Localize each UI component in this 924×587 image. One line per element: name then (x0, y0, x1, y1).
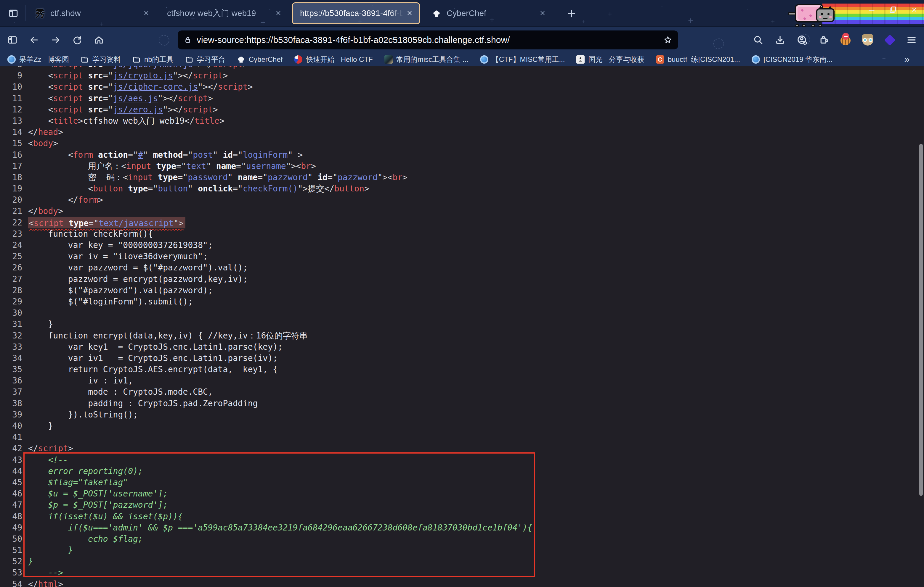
source-line-30: 30 (0, 307, 533, 319)
ext-tiger-button[interactable] (838, 32, 854, 48)
source-line-38: 38 padding : CryptoJS.pad.ZeroPadding (0, 398, 533, 409)
tab-4[interactable]: CyberChef (424, 2, 552, 24)
line-number: 41 (0, 432, 22, 443)
close-button[interactable] (909, 5, 919, 15)
buuctf-icon: C (656, 55, 665, 64)
ext-diamond-button[interactable] (881, 32, 898, 48)
ext-avatar-button[interactable] (860, 32, 876, 48)
bookmark-item-10[interactable]: Cbuuctf_练[CISCN201... (656, 55, 740, 64)
tab-1[interactable]: 秀ctf.show (28, 2, 156, 24)
close-tab-icon[interactable] (143, 10, 150, 17)
line-number: 51 (0, 545, 22, 556)
line-number: 15 (0, 138, 22, 149)
line-number: 46 (0, 488, 22, 500)
cnblogs-icon (751, 55, 760, 64)
line-number: 50 (0, 533, 22, 545)
url-bar[interactable]: view-source:https://b530faca-3891-4f6f-b… (178, 30, 678, 49)
line-number: 38 (0, 398, 22, 409)
bookmarks-overflow-chevron[interactable]: » (904, 53, 910, 65)
bookmark-item-8[interactable]: 【CTF】MISC常用工... (480, 55, 565, 64)
download-button[interactable] (772, 32, 789, 48)
close-tab-icon[interactable] (539, 10, 547, 17)
bookmark-item-3[interactable]: nb的工具 (132, 55, 173, 64)
new-tab-button[interactable] (565, 7, 578, 20)
lock-icon (184, 36, 192, 44)
navigation-bar: view-source:https://b530faca-3891-4f6f-b… (0, 27, 924, 53)
minimize-button[interactable] (866, 5, 877, 15)
line-number: 14 (0, 127, 22, 138)
line-number: 30 (0, 307, 22, 319)
bookmark-item-4[interactable]: 学习平台 (185, 55, 225, 64)
line-number: 39 (0, 409, 22, 421)
source-line-53: 53 --> (0, 567, 533, 579)
tab-strip-separator (25, 5, 25, 21)
close-tab-icon[interactable] (275, 10, 282, 17)
source-line-9: 9 <script src="js/crypto.js"></script> (0, 70, 533, 81)
source-link[interactable]: js/zero.js (113, 105, 163, 115)
firefox-view-button[interactable] (7, 7, 20, 20)
source-line-19: 19 <button type="button" onclick="checkF… (0, 183, 533, 194)
bookmark-item-6[interactable]: 快速开始 - Hello CTF (294, 55, 373, 64)
url-text[interactable]: view-source:https://b530faca-3891-4f6f-b… (196, 35, 659, 45)
source-line-49: 49 if($u==='admin' && $p ==='a599ac85a73… (0, 522, 533, 533)
source-line-33: 33 var key1 = CryptoJS.enc.Latin1.parse(… (0, 342, 533, 353)
bookmark-label: CyberChef (249, 55, 283, 64)
bookmark-star-icon[interactable] (663, 36, 672, 44)
source-line-16: 16 <form action="#" method="post" id="lo… (0, 150, 533, 161)
vertical-scrollbar-thumb[interactable] (919, 144, 923, 496)
ctfshow-favicon: 秀 (35, 8, 46, 19)
maximize-button[interactable] (888, 5, 898, 15)
sidebar-button[interactable] (4, 32, 21, 48)
bookmark-label: [CISCN2019 华东南... (764, 55, 833, 64)
bookmark-item-9[interactable]: 国光 - 分享与收获 (576, 55, 644, 64)
source-line-47: 47 $p = $_POST['pazzword']; (0, 500, 533, 511)
source-line-45: 45 $flag="fakeflag" (0, 477, 533, 488)
account-button[interactable] (794, 32, 810, 48)
bookmark-label: 呆羊Zz - 博客园 (19, 55, 69, 64)
bookmark-item-11[interactable]: [CISCN2019 华东南... (751, 55, 833, 64)
tab-label: https://b530faca-3891-4f6f-b1bf (300, 8, 403, 18)
close-tab-icon[interactable] (406, 10, 414, 17)
line-number: 33 (0, 342, 22, 353)
line-number: 29 (0, 296, 22, 307)
home-button[interactable] (91, 32, 107, 48)
line-number: 23 (0, 229, 22, 240)
nav-left-buttons (4, 27, 107, 53)
source-line-36: 36 iv : iv1, (0, 375, 533, 386)
source-link[interactable]: js/aes.js (113, 94, 158, 103)
line-number: 13 (0, 115, 22, 127)
source-line-44: 44 error_reporting(0); (0, 466, 533, 477)
source-link[interactable]: js/jquery.min.js (113, 66, 193, 69)
source-line-11: 11 <script src="js/aes.js"></script> (0, 93, 533, 104)
source-link[interactable]: # (138, 150, 143, 160)
line-number: 8 (0, 66, 22, 70)
source-line-25: 25 var iv = "ilove36dverymuch"; (0, 251, 533, 262)
bookmark-item-1[interactable]: 呆羊Zz - 博客园 (7, 55, 69, 64)
thumbnail-icon (384, 55, 393, 64)
forward-button[interactable] (47, 32, 64, 48)
tab-2[interactable]: ctfshow web入门 web19 (160, 2, 288, 24)
source-line-27: 27 pazzword = encrypt(pazzword,key,iv); (0, 274, 533, 285)
source-line-48: 48 if(isset($u) && isset($p)){ (0, 511, 533, 522)
source-link[interactable]: js/crypto.js (113, 71, 173, 81)
reload-button[interactable] (69, 32, 86, 48)
bookmark-item-7[interactable]: 常用的misc工具合集 ... (384, 55, 469, 64)
bookmark-item-5[interactable]: CyberChef (237, 55, 283, 64)
source-line-29: 29 $("#loginForm").submit(); (0, 296, 533, 307)
back-button[interactable] (26, 32, 42, 48)
line-number: 54 (0, 579, 22, 587)
menu-button[interactable] (903, 32, 920, 48)
search-button[interactable] (750, 32, 766, 48)
line-number: 27 (0, 274, 22, 285)
bookmark-item-2[interactable]: 学习资料 (80, 55, 121, 64)
source-line-34: 34 var iv1 = CryptoJS.enc.Latin1.parse(i… (0, 353, 533, 364)
line-number: 31 (0, 319, 22, 330)
line-number: 44 (0, 466, 22, 477)
source-line-10: 10 <script src="js/cipher-core.js"></scr… (0, 81, 533, 93)
source-link[interactable]: js/cipher-core.js (113, 82, 198, 92)
tab-3[interactable]: https://b530faca-3891-4f6f-b1bf (292, 2, 420, 24)
puzzle-button[interactable] (816, 32, 832, 48)
bookmark-label: 常用的misc工具合集 ... (396, 55, 469, 64)
line-number: 20 (0, 194, 22, 206)
chef-hat-favicon (431, 8, 442, 19)
